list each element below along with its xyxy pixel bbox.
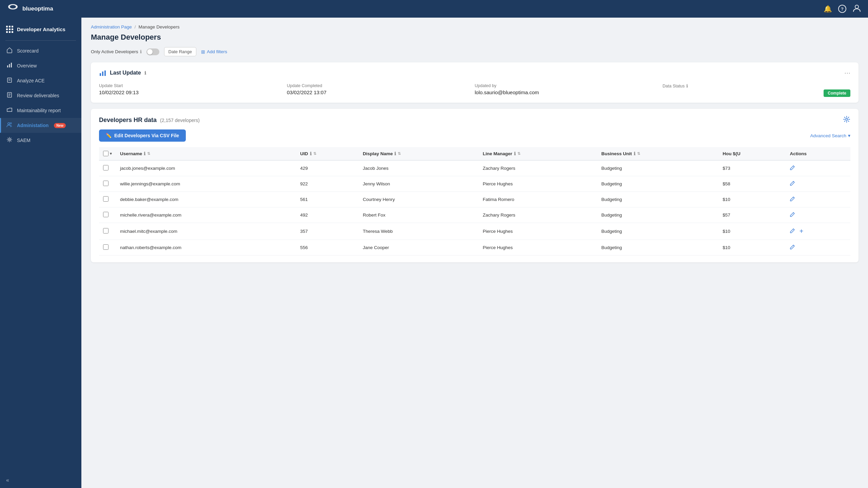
edit-row-icon-1[interactable] <box>790 181 795 187</box>
cell-actions: + <box>786 223 850 240</box>
svg-rect-16 <box>100 73 101 76</box>
section-header: Developers HR data (2,157 developers) <box>99 116 850 125</box>
sidebar-app-title: Developer Analytics <box>0 21 81 39</box>
hr-data-title-text: Developers HR data <box>99 117 157 124</box>
table-row: debbie.baker@example.com 561 Courtney He… <box>99 192 850 207</box>
csv-button[interactable]: ✏️ Edit Developers Via CSV File <box>99 129 186 142</box>
sidebar-item-scorecard[interactable]: Scorecard <box>0 43 81 58</box>
row-checkbox-cell <box>99 176 116 192</box>
uid-info-icon[interactable]: ℹ <box>310 151 312 156</box>
line-manager-sort-icon[interactable]: ⇅ <box>517 151 520 156</box>
cell-username: jacob.jones@example.com <box>116 160 296 176</box>
sidebar: Developer Analytics Scorecard Overview A… <box>0 18 81 488</box>
business-unit-info-icon[interactable]: ℹ <box>634 151 635 156</box>
line-manager-info-icon[interactable]: ℹ <box>514 151 516 156</box>
advanced-search-button[interactable]: Advanced Search ▾ <box>810 133 850 138</box>
edit-row-icon-4[interactable] <box>790 229 796 235</box>
sidebar-label-overview: Overview <box>17 63 37 68</box>
folder-icon <box>6 107 13 114</box>
active-developers-info-icon[interactable]: ℹ <box>140 49 142 54</box>
select-all-checkbox[interactable] <box>103 151 108 156</box>
data-status-info-icon[interactable]: ℹ <box>686 83 688 88</box>
sidebar-collapse-btn[interactable]: « <box>0 472 81 488</box>
settings-gear-button[interactable] <box>843 116 850 125</box>
sidebar-item-overview[interactable]: Overview <box>0 58 81 73</box>
svg-rect-18 <box>104 70 106 76</box>
cell-hours: $10 <box>718 223 786 240</box>
svg-rect-17 <box>102 72 103 76</box>
chevron-down-icon: ▾ <box>848 133 850 138</box>
user-icon[interactable] <box>852 4 861 14</box>
sidebar-item-review-deliverables[interactable]: Review deliverables <box>0 88 81 103</box>
last-update-info-icon[interactable]: ℹ <box>144 70 146 76</box>
row-checkbox-5[interactable] <box>103 244 108 250</box>
edit-icon: ✏️ <box>106 133 112 138</box>
sidebar-item-analyze-ace[interactable]: Analyze ACE <box>0 73 81 88</box>
cell-username: willie.jennings@example.com <box>116 176 296 192</box>
filters-bar: Only Active Developers ℹ Date Range ⊞ Ad… <box>91 47 859 56</box>
sidebar-item-maintainability[interactable]: Maintainability report <box>0 103 81 118</box>
administration-badge: New <box>54 123 66 128</box>
toolbar-row: ✏️ Edit Developers Via CSV File Advanced… <box>99 129 850 142</box>
card-menu-icon[interactable]: ⋯ <box>844 69 850 77</box>
username-sort-icon[interactable]: ⇅ <box>147 151 150 156</box>
gear-icon <box>6 137 13 144</box>
data-status-badge: Complete <box>824 89 850 97</box>
row-checkbox-cell <box>99 223 116 240</box>
cell-line-manager: Fatima Romero <box>479 192 597 207</box>
help-icon[interactable]: ? <box>838 5 846 13</box>
main-content: Administration Page / Manage Developers … <box>81 18 868 488</box>
update-completed-value: 03/02/2022 13:07 <box>287 89 475 95</box>
sidebar-label-saem: SAEM <box>17 138 31 143</box>
header-username: Username ℹ ⇅ <box>116 147 296 160</box>
select-all-chevron[interactable]: ▾ <box>110 151 112 156</box>
csv-button-label: Edit Developers Via CSV File <box>114 133 179 138</box>
cell-actions <box>786 192 850 207</box>
sidebar-item-saem[interactable]: SAEM <box>0 133 81 148</box>
cell-actions <box>786 207 850 223</box>
edit-row-icon-0[interactable] <box>790 166 795 171</box>
edit-row-icon-2[interactable] <box>790 197 795 203</box>
header-hours: Hou ${U <box>718 147 786 160</box>
row-checkbox-2[interactable] <box>103 196 108 202</box>
display-name-sort-icon[interactable]: ⇅ <box>398 151 401 156</box>
cell-line-manager: Pierce Hughes <box>479 223 597 240</box>
breadcrumb-parent[interactable]: Administration Page <box>91 24 132 29</box>
cell-actions <box>786 240 850 256</box>
cell-uid: 922 <box>296 176 359 192</box>
row-checkbox-4[interactable] <box>103 228 108 233</box>
notification-icon[interactable]: 🔔 <box>824 5 832 13</box>
uid-sort-icon[interactable]: ⇅ <box>313 151 316 156</box>
breadcrumb-separator: / <box>135 24 136 29</box>
settings-gear-icon <box>843 116 850 123</box>
edit-row-icon-3[interactable] <box>790 212 795 218</box>
row-checkbox-1[interactable] <box>103 181 108 186</box>
cell-business-unit: Budgeting <box>597 176 719 192</box>
add-row-icon-4[interactable]: + <box>800 227 804 235</box>
header-uid: UID ℹ ⇅ <box>296 147 359 160</box>
card-header: Last Update ℹ ⋯ <box>99 69 850 77</box>
update-start-stat: Update Start 10/02/2022 09:13 <box>99 83 287 96</box>
date-range-button[interactable]: Date Range <box>164 47 196 56</box>
cell-line-manager: Zachary Rogers <box>479 160 597 176</box>
grid-icon <box>6 26 13 33</box>
hr-data-card: Developers HR data (2,157 developers) ✏️… <box>91 109 859 262</box>
sidebar-divider <box>5 40 76 41</box>
cell-business-unit: Budgeting <box>597 223 719 240</box>
username-info-icon[interactable]: ℹ <box>144 151 145 156</box>
svg-point-1 <box>10 5 16 8</box>
row-checkbox-3[interactable] <box>103 212 108 217</box>
active-developers-toggle[interactable] <box>146 48 159 55</box>
active-developers-label: Only Active Developers ℹ <box>91 49 142 54</box>
edit-row-icon-5[interactable] <box>790 245 795 251</box>
clipboard-icon <box>6 77 13 84</box>
add-filters-button[interactable]: ⊞ Add filters <box>201 49 227 55</box>
sidebar-label-review: Review deliverables <box>17 93 59 98</box>
display-name-info-icon[interactable]: ℹ <box>394 151 396 156</box>
sidebar-item-administration[interactable]: Administation New <box>0 118 81 133</box>
cell-business-unit: Budgeting <box>597 192 719 207</box>
business-unit-sort-icon[interactable]: ⇅ <box>637 151 640 156</box>
cell-username: michael.mitc@example.com <box>116 223 296 240</box>
row-checkbox-0[interactable] <box>103 165 108 170</box>
layout: Developer Analytics Scorecard Overview A… <box>0 18 868 488</box>
